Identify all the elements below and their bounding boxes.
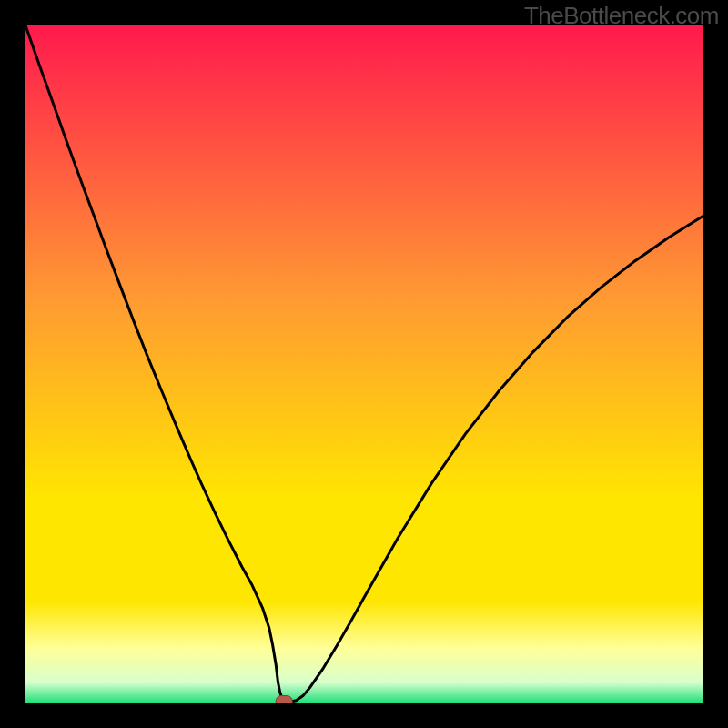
chart-frame: TheBottleneck.com [0, 0, 728, 728]
watermark-text: TheBottleneck.com [524, 2, 719, 30]
chart-svg [25, 25, 703, 703]
gradient-background [25, 25, 703, 703]
optimal-point-marker [276, 696, 292, 703]
plot-area [25, 25, 703, 703]
